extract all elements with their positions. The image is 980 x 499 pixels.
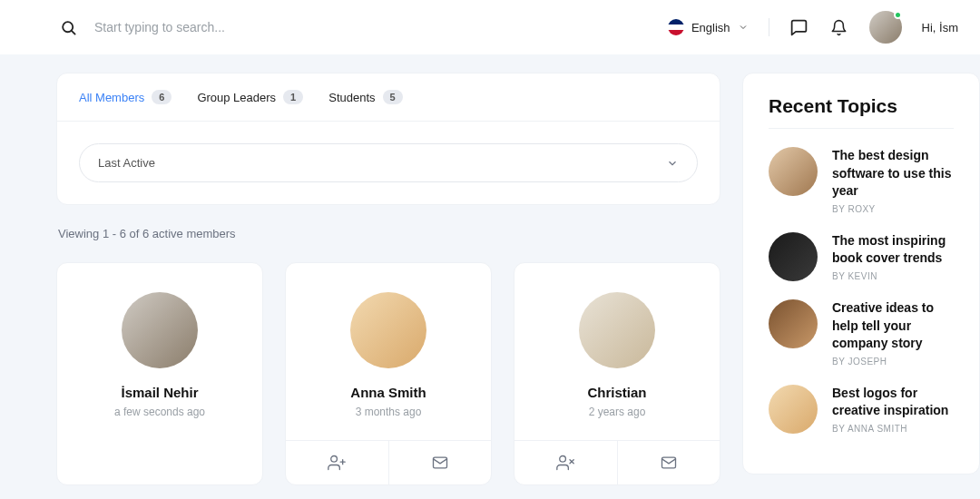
user-plus-icon [328,454,346,472]
topic-title: The most inspiring book cover trends [832,232,954,268]
svg-rect-9 [662,457,675,468]
filter-card: All Members 6 Group Leaders 1 Students 5… [56,73,720,205]
recent-topics-title: Recent Topics [769,95,954,117]
member-name[interactable]: Anna Smith [350,385,426,400]
recent-topics-card: Recent Topics The best design software t… [742,73,980,475]
svg-point-6 [560,456,566,463]
avatar[interactable] [579,292,655,368]
avatar [769,232,818,281]
topic-author: BY ROXY [832,204,954,214]
tabs: All Members 6 Group Leaders 1 Students 5 [57,73,720,122]
sort-select[interactable]: Last Active [79,143,698,182]
divider [769,18,769,36]
member-name[interactable]: Christian [587,385,646,400]
tab-count-badge: 1 [283,90,303,104]
side-column: Recent Topics The best design software t… [742,73,980,481]
topbar-right: English Hi, İsm [668,11,958,44]
member-time: 3 months ago [356,406,422,418]
sort-selected: Last Active [98,156,155,170]
tab-count-badge: 5 [383,90,403,104]
bell-icon[interactable] [829,17,849,37]
user-x-icon [556,454,574,472]
tab-group-leaders[interactable]: Group Leaders 1 [197,90,303,104]
topic-body: Best logos for creative inspiration BY A… [832,385,954,434]
member-body: Anna Smith 3 months ago [286,263,491,440]
divider [769,128,954,129]
chevron-down-icon [738,22,749,33]
tab-label: Group Leaders [197,91,276,104]
topic-item[interactable]: The best design software to use this yea… [769,147,954,214]
search-input[interactable] [94,20,385,34]
tab-label: All Members [79,91,144,104]
mail-icon [660,454,678,472]
topic-title: Best logos for creative inspiration [832,385,954,420]
member-time: a few seconds ago [114,406,205,418]
tab-label: Students [328,91,375,104]
main-column: All Members 6 Group Leaders 1 Students 5… [56,73,720,481]
member-time: 2 years ago [589,406,646,418]
member-actions [286,440,491,484]
top-bar: English Hi, İsm [0,0,980,54]
svg-point-2 [331,456,338,463]
search-icon[interactable] [58,17,78,37]
topic-body: Creative ideas to help tell your company… [832,299,954,367]
topic-item[interactable]: Best logos for creative inspiration BY A… [769,385,954,434]
search-wrap [58,17,653,37]
chat-icon[interactable] [789,17,809,37]
user-avatar[interactable] [869,11,902,44]
language-selector[interactable]: English [668,19,749,35]
member-grid: İsmail Nehir a few seconds ago Anna Smit… [56,262,720,485]
member-card: Christian 2 years ago [514,262,720,485]
topic-author: BY ANNA SMITH [832,424,954,434]
viewing-text: Viewing 1 - 6 of 6 active members [56,227,720,240]
topic-body: The most inspiring book cover trends BY … [832,232,954,281]
content: All Members 6 Group Leaders 1 Students 5… [0,54,980,499]
topic-item[interactable]: The most inspiring book cover trends BY … [769,232,954,281]
topic-body: The best design software to use this yea… [832,147,954,214]
chevron-down-icon [666,157,679,170]
language-label: English [691,21,730,34]
online-dot-icon [894,11,902,19]
avatar [769,147,818,196]
topic-title: The best design software to use this yea… [832,147,954,201]
svg-rect-5 [433,457,446,468]
topic-author: BY KEVIN [832,271,954,281]
member-actions [514,440,720,484]
tab-students[interactable]: Students 5 [328,90,402,104]
sort-wrap: Last Active [57,122,720,204]
message-button[interactable] [388,441,492,484]
greeting: Hi, İsm [922,21,958,34]
remove-friend-button[interactable] [514,441,617,484]
member-body: İsmail Nehir a few seconds ago [57,263,262,440]
message-button[interactable] [617,441,720,484]
mail-icon [431,454,449,472]
member-name[interactable]: İsmail Nehir [121,385,198,400]
svg-line-1 [72,31,75,34]
avatar[interactable] [122,292,198,368]
tab-count-badge: 6 [152,90,172,104]
tab-all-members[interactable]: All Members 6 [79,90,172,104]
avatar[interactable] [350,292,426,368]
avatar [769,385,818,434]
topic-title: Creative ideas to help tell your company… [832,299,954,353]
member-card: Anna Smith 3 months ago [285,262,492,485]
topic-author: BY JOSEPH [832,357,954,367]
uk-flag-icon [668,19,684,35]
member-card: İsmail Nehir a few seconds ago [56,262,263,485]
topic-item[interactable]: Creative ideas to help tell your company… [769,299,954,367]
add-friend-button[interactable] [286,441,388,484]
member-body: Christian 2 years ago [514,263,720,440]
avatar [769,299,818,348]
